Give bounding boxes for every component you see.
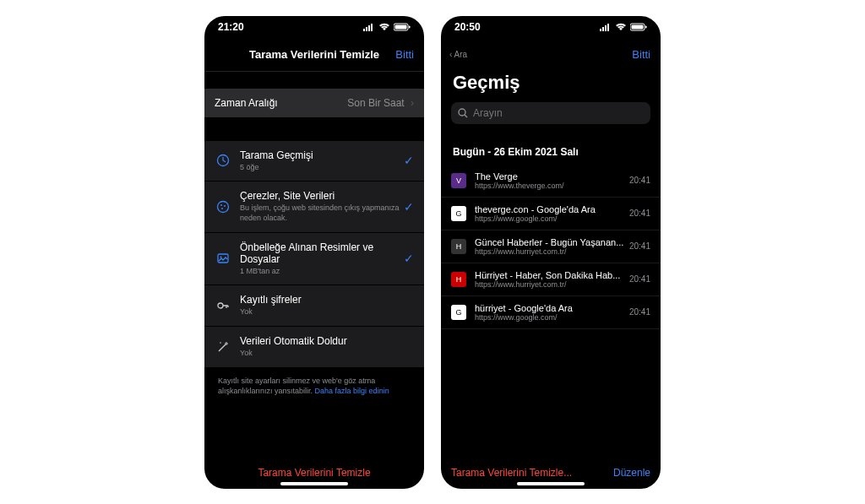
status-time: 21:20 [218, 21, 244, 33]
history-icon [215, 154, 231, 167]
status-bar: 20:50 [441, 16, 661, 38]
row-title: Çerezler, Site Verileri [240, 190, 404, 202]
svg-point-13 [220, 257, 222, 258]
svg-rect-16 [600, 29, 601, 31]
battery-icon [394, 23, 411, 31]
row-title: Önbelleğe Alınan Resimler ve Dosyalar [240, 241, 404, 265]
search-icon [458, 108, 468, 118]
row-sub: 5 öğe [240, 163, 404, 173]
row-title: Tarama Geçmişi [240, 149, 404, 161]
clear-data-button[interactable]: Tarama Verilerini Temizle... [451, 467, 572, 479]
svg-rect-21 [632, 24, 644, 29]
history-title: Hürriyet - Haber, Son Dakika Hab... [475, 270, 624, 280]
wifi-icon [615, 23, 627, 31]
history-list: VThe Vergehttps://www.theverge.com/20:41… [441, 165, 661, 329]
check-icon: ✓ [404, 200, 414, 214]
check-icon: ✓ [404, 154, 414, 167]
favicon: G [451, 206, 466, 221]
status-icons [600, 23, 647, 31]
svg-point-9 [220, 204, 222, 206]
row-sub: Yok [240, 307, 414, 317]
svg-rect-19 [607, 24, 609, 31]
clear-data-button[interactable]: Tarama Verilerini Temizle [258, 467, 370, 479]
history-url: https://www.hurriyet.com.tr/ [475, 280, 624, 289]
page-title: Tarama Verilerini Temizle [249, 48, 379, 61]
history-url: https://www.theverge.com/ [475, 182, 624, 190]
history-row[interactable]: Ghürriyet - Google'da Arahttps://www.goo… [441, 296, 661, 329]
svg-point-15 [220, 342, 221, 344]
phone-clear-data: 21:20 Tarama Verilerini Temizle Bitti Za… [204, 16, 424, 489]
key-icon [215, 299, 231, 312]
row-sub: Bu işlem, çoğu web sitesinden çıkış yapm… [240, 203, 404, 223]
row-sub: 1 MB'tan az [240, 267, 404, 277]
clear-item-row[interactable]: Kayıtlı şifrelerYok [204, 285, 424, 327]
battery-icon [630, 23, 647, 31]
favicon: H [451, 272, 466, 287]
history-row[interactable]: HGüncel Haberler - Bugün Yaşanan...https… [441, 230, 661, 263]
history-time: 20:41 [629, 241, 650, 251]
history-title: hürriyet - Google'da Ara [475, 303, 624, 313]
learn-more-link[interactable]: Daha fazla bilgi edinin [315, 387, 389, 395]
history-row[interactable]: HHürriyet - Haber, Son Dakika Hab...http… [441, 263, 661, 296]
nav-bar: Tarama Verilerini Temizle Bitti [204, 38, 424, 72]
history-time: 20:41 [629, 274, 650, 284]
row-title: Kayıtlı şifreler [240, 294, 414, 306]
clear-item-row[interactable]: Tarama Geçmişi5 öğe✓ [204, 141, 424, 182]
svg-rect-3 [371, 24, 373, 31]
svg-rect-18 [605, 25, 607, 31]
svg-point-11 [221, 208, 223, 209]
done-button[interactable]: Bitti [395, 38, 414, 71]
edit-button[interactable]: Düzenle [613, 467, 650, 479]
svg-rect-17 [602, 27, 604, 31]
row-sub: Yok [240, 349, 414, 359]
history-date-header: Bugün - 26 Ekim 2021 Salı [441, 134, 661, 165]
history-time: 20:41 [629, 209, 650, 218]
cookie-icon [215, 200, 231, 214]
signal-icon [600, 23, 612, 31]
favicon: V [451, 173, 466, 188]
history-time: 20:41 [629, 307, 650, 317]
clear-item-row[interactable]: Verileri Otomatik DoldurYok [204, 327, 424, 367]
history-title: Güncel Haberler - Bugün Yaşanan... [475, 237, 624, 247]
svg-rect-1 [366, 27, 367, 31]
search-box[interactable] [451, 102, 650, 124]
status-icons [363, 23, 411, 31]
history-url: https://www.google.com/ [475, 313, 624, 322]
time-range-value: Son Bir Saat [347, 97, 404, 109]
clear-item-row[interactable]: Çerezler, Site VerileriBu işlem, çoğu we… [204, 182, 424, 232]
status-time: 20:50 [454, 21, 481, 33]
svg-rect-0 [363, 29, 365, 31]
back-button[interactable]: ‹ Ara [449, 38, 467, 72]
svg-point-23 [459, 109, 465, 116]
history-row[interactable]: Gtheverge.con - Google'da Arahttps://www… [441, 198, 661, 230]
row-title: Verileri Otomatik Doldur [240, 335, 414, 347]
svg-point-8 [218, 201, 229, 212]
history-row[interactable]: VThe Vergehttps://www.theverge.com/20:41 [441, 165, 661, 198]
clear-item-row[interactable]: Önbelleğe Alınan Resimler ve Dosyalar1 M… [204, 233, 424, 286]
wifi-icon [378, 23, 390, 31]
cache-icon [215, 252, 231, 265]
history-url: https://www.hurriyet.com.tr/ [475, 247, 624, 256]
done-button[interactable]: Bitti [632, 38, 650, 72]
time-range-row[interactable]: Zaman Aralığı Son Bir Saat › [204, 89, 424, 117]
home-indicator [280, 482, 348, 485]
status-bar: 21:20 [204, 16, 424, 38]
svg-line-24 [465, 115, 467, 117]
history-time: 20:41 [629, 176, 650, 185]
home-indicator [517, 482, 585, 485]
svg-rect-6 [409, 25, 411, 28]
favicon: G [451, 305, 466, 320]
svg-point-14 [218, 303, 223, 308]
favicon: H [451, 239, 466, 254]
svg-rect-5 [395, 24, 407, 29]
search-input[interactable] [473, 107, 644, 119]
phone-history: 20:50 ‹ Ara Bitti Geçmiş Bugün - 26 Ekim… [441, 16, 661, 489]
signal-icon [363, 23, 375, 31]
check-icon: ✓ [404, 252, 414, 265]
page-title: Geçmiş [441, 72, 661, 102]
clear-data-list: Tarama Geçmişi5 öğe✓Çerezler, Site Veril… [204, 141, 424, 367]
svg-rect-2 [368, 25, 370, 31]
chevron-right-icon: › [411, 97, 414, 109]
svg-rect-22 [645, 25, 647, 28]
nav-bar: ‹ Ara Bitti [441, 38, 661, 72]
